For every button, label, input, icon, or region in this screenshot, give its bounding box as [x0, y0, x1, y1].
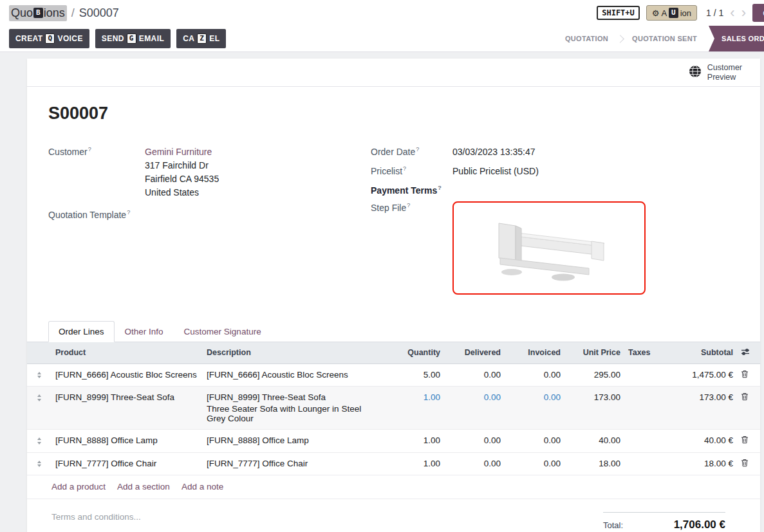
content-area: Customer Preview S00007 Customer?: [0, 52, 764, 532]
action-menu-button[interactable]: ⚙ A U ion: [646, 5, 697, 21]
status-step-quotation[interactable]: QUOTATION: [554, 26, 620, 51]
breadcrumb-parent-text-2: ions: [44, 6, 65, 20]
pager-next-icon[interactable]: ›: [741, 7, 746, 19]
cell-delivered[interactable]: 0.00: [444, 363, 505, 387]
cell-quantity[interactable]: 5.00: [383, 363, 444, 387]
help-icon[interactable]: ?: [88, 146, 91, 152]
sheet-header-strip: Customer Preview: [27, 59, 760, 87]
keyboard-hint-u: U: [669, 8, 678, 18]
cell-delivered[interactable]: 0.00: [444, 430, 505, 453]
customer-preview-label-2: Preview: [707, 73, 742, 82]
table-row[interactable]: [FURN_7777] Office Chair [FURN_7777] Off…: [27, 452, 760, 475]
cell-unit-price[interactable]: 18.00: [564, 452, 624, 475]
create-invoice-button[interactable]: CREAT Q VOICE: [9, 29, 89, 48]
column-header-quantity[interactable]: Quantity: [383, 342, 444, 364]
step-file-label: Step File?: [371, 201, 452, 295]
customer-link[interactable]: Gemini Furniture: [145, 145, 219, 159]
field-group-left: Customer? Gemini Furniture 317 Fairchild…: [48, 145, 371, 300]
cell-invoiced[interactable]: 0.00: [505, 387, 564, 430]
page-title: S00007: [48, 104, 734, 124]
cell-quantity[interactable]: 1.00: [383, 387, 444, 430]
tab-order-lines[interactable]: Order Lines: [48, 321, 115, 342]
cell-product[interactable]: [FURN_8888] Office Lamp: [51, 430, 203, 453]
cell-quantity[interactable]: 1.00: [383, 430, 444, 453]
help-icon[interactable]: ?: [127, 209, 130, 216]
cancel-button[interactable]: CA Z EL: [176, 29, 226, 48]
column-header-taxes[interactable]: Taxes: [624, 342, 666, 364]
cell-subtotal: 173.00 €: [666, 387, 737, 430]
tab-other-info[interactable]: Other Info: [115, 321, 174, 342]
customer-preview-button[interactable]: Customer Preview: [689, 63, 742, 82]
drag-handle-icon[interactable]: [37, 459, 41, 468]
drag-handle-icon[interactable]: [37, 436, 41, 445]
form-sheet: Customer Preview S00007 Customer?: [27, 59, 760, 532]
keyboard-hint-g: G: [127, 33, 136, 44]
cell-invoiced[interactable]: 0.00: [505, 430, 564, 453]
cell-taxes[interactable]: [624, 363, 666, 387]
delete-row-icon[interactable]: [741, 370, 749, 380]
add-a-product-link[interactable]: Add a product: [51, 482, 106, 491]
cell-taxes[interactable]: [624, 430, 666, 453]
add-a-note-link[interactable]: Add a note: [182, 482, 223, 491]
column-header-delivered[interactable]: Delivered: [444, 342, 505, 364]
help-icon[interactable]: ?: [407, 202, 410, 208]
cell-delivered[interactable]: 0.00: [444, 387, 505, 430]
cell-description[interactable]: [FURN_8999] Three-Seat Sofa Three Seater…: [203, 387, 383, 430]
table-row[interactable]: [FURN_8888] Office Lamp [FURN_8888] Offi…: [27, 430, 760, 453]
delete-row-icon[interactable]: [741, 459, 749, 469]
cell-taxes[interactable]: [624, 452, 666, 475]
cell-product[interactable]: [FURN_6666] Acoustic Bloc Screens: [51, 363, 203, 387]
cell-invoiced[interactable]: 0.00: [505, 452, 564, 475]
cell-description[interactable]: [FURN_6666] Acoustic Bloc Screens: [203, 363, 383, 387]
cell-unit-price[interactable]: 40.00: [564, 430, 624, 453]
address-line: United States: [145, 186, 219, 199]
column-header-subtotal[interactable]: Subtotal: [666, 342, 737, 364]
cell-description[interactable]: [FURN_7777] Office Chair: [203, 452, 383, 475]
customer-preview-label-1: Customer: [707, 63, 742, 73]
cell-product[interactable]: [FURN_8999] Three-Seat Sofa: [51, 387, 203, 430]
order-lines-table-wrap: Product Description Quantity Delivered I…: [27, 342, 760, 476]
send-email-button[interactable]: SEND G EMAIL: [95, 29, 171, 48]
pager-prev-icon[interactable]: ‹: [730, 7, 734, 19]
status-step-quotation-sent[interactable]: QUOTATION SENT: [620, 26, 709, 51]
cell-invoiced[interactable]: 0.00: [505, 363, 564, 387]
cell-quantity[interactable]: 1.00: [383, 452, 444, 475]
cell-delivered[interactable]: 0.00: [444, 452, 505, 475]
cell-unit-price[interactable]: 295.00: [564, 363, 624, 387]
field-quotation-template: Quotation Template?: [48, 208, 371, 220]
column-header-product[interactable]: Product: [51, 342, 203, 364]
optional-columns-icon[interactable]: [737, 342, 760, 364]
add-a-section-link[interactable]: Add a section: [117, 482, 170, 491]
order-lines-table: Product Description Quantity Delivered I…: [27, 342, 760, 476]
table-row[interactable]: [FURN_8999] Three-Seat Sofa [FURN_8999] …: [27, 387, 760, 430]
field-payment-terms: Payment Terms?: [371, 184, 734, 196]
delete-row-icon[interactable]: [741, 392, 749, 403]
cancel-label: CA: [183, 34, 194, 43]
help-icon[interactable]: ?: [403, 165, 406, 172]
field-customer: Customer? Gemini Furniture 317 Fairchild…: [48, 145, 371, 199]
pricelist-value[interactable]: Public Pricelist (USD): [452, 165, 539, 178]
status-step-sales-order[interactable]: SALES ORDER: [709, 26, 764, 51]
terms-placeholder[interactable]: Terms and conditions...: [51, 512, 141, 522]
table-row[interactable]: [FURN_6666] Acoustic Bloc Screens [FURN_…: [27, 363, 760, 387]
delete-row-icon[interactable]: [741, 436, 749, 446]
column-header-unit-price[interactable]: Unit Price: [564, 342, 624, 364]
help-icon[interactable]: ?: [438, 185, 442, 191]
total-block: Total: 1,706.00 €: [603, 512, 725, 531]
drag-handle-icon[interactable]: [37, 370, 41, 379]
pager-counter: 1 / 1: [706, 8, 723, 18]
cell-product[interactable]: [FURN_7777] Office Chair: [51, 452, 203, 475]
cell-unit-price[interactable]: 173.00: [564, 387, 624, 430]
breadcrumb-quotations[interactable]: Quo B ions: [9, 5, 67, 21]
column-header-invoiced[interactable]: Invoiced: [505, 342, 564, 364]
field-order-date: Order Date? 03/03/2023 13:35:47: [371, 145, 734, 159]
cell-description[interactable]: [FURN_8888] Office Lamp: [203, 430, 383, 453]
tab-customer-signature[interactable]: Customer Signature: [174, 321, 272, 342]
step-file-preview[interactable]: [452, 201, 646, 295]
corner-button[interactable]: Cr: [752, 4, 764, 22]
order-date-value[interactable]: 03/03/2023 13:35:47: [452, 145, 535, 159]
drag-handle-icon[interactable]: [37, 392, 41, 401]
column-header-description[interactable]: Description: [203, 342, 383, 364]
help-icon[interactable]: ?: [416, 146, 419, 152]
cell-taxes[interactable]: [624, 387, 666, 430]
